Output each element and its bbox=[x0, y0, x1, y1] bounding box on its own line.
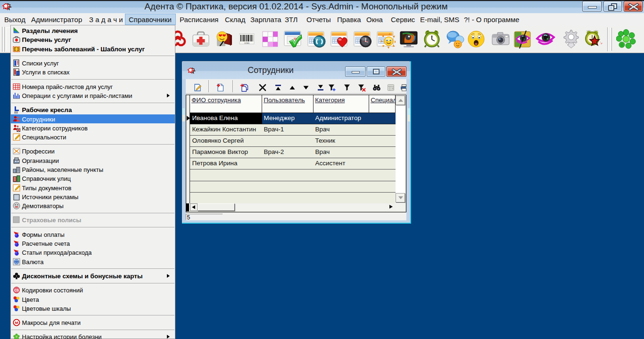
svg-text:M: M bbox=[15, 321, 18, 325]
svg-text:12: 12 bbox=[431, 35, 433, 38]
svg-text:12345: 12345 bbox=[244, 42, 250, 44]
svg-text:CS: CS bbox=[14, 289, 19, 292]
